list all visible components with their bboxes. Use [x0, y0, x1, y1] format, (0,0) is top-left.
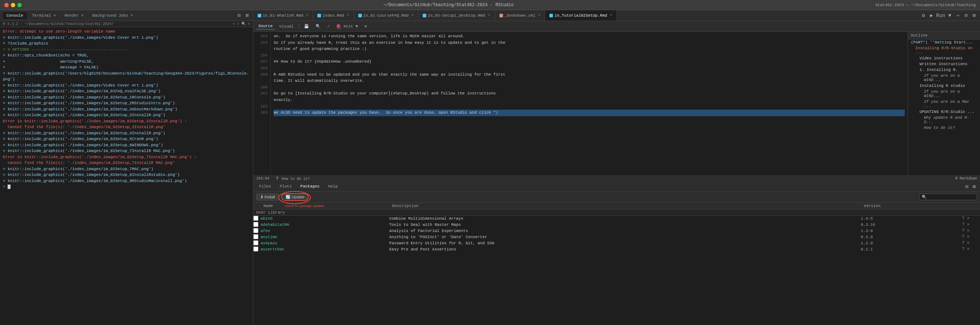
minimize-button[interactable]	[11, 3, 15, 7]
tab-close-icon[interactable]: ×	[610, 13, 612, 18]
pkg-delete-icon[interactable]: ×	[967, 216, 969, 221]
console-prompt[interactable]: >	[3, 184, 250, 190]
outline-item[interactable]: UPDATING R/R-Studio ...	[908, 109, 980, 115]
find-button[interactable]: 🔍	[313, 23, 323, 29]
outline-item[interactable]: If you are on a WIND...	[908, 73, 980, 83]
pkg-table-container[interactable]: Name Description Version User Library ab	[253, 203, 980, 325]
editor-tab-faq[interactable]: in_01-CourseFAQ.Rmd ×	[354, 10, 418, 21]
pkg-checkbox-adehabitat[interactable]	[253, 222, 258, 227]
pkg-row-checkbox[interactable]	[253, 228, 261, 234]
outline-item[interactable]: Installing R/R-Studio on ...	[908, 45, 980, 56]
pkg-checkbox-askpass[interactable]	[253, 240, 258, 245]
outline-item[interactable]: Written Instructions	[908, 61, 980, 67]
pkg-checkbox-abind[interactable]	[253, 216, 258, 221]
code-line	[274, 65, 905, 72]
editor-content[interactable]: on. So if everyone is running the same v…	[271, 32, 908, 175]
pkg-row-checkbox[interactable]	[253, 222, 261, 228]
minimize-pkg-icon[interactable]: ⊟	[964, 183, 969, 190]
pkg-name-anytime[interactable]: anytime	[261, 234, 389, 240]
pkg-help-icon[interactable]: ?	[962, 216, 964, 221]
pkg-checkbox-afex[interactable]	[253, 228, 258, 233]
pkg-row-checkbox[interactable]	[253, 234, 261, 240]
editor-tab-bookdown[interactable]: _bookdown.yml ×	[495, 10, 546, 21]
pkg-row-checkbox[interactable]	[253, 240, 261, 247]
tab-terminal[interactable]: Terminal ×	[28, 12, 59, 19]
save-button[interactable]: 💾	[302, 23, 311, 29]
pkg-name-assertthat[interactable]: assertthat	[261, 247, 389, 253]
tab-packages[interactable]: Packages	[298, 183, 323, 189]
console-line: > knitr::include_graphics('./index_image…	[3, 136, 250, 142]
rmd-file-icon	[258, 14, 261, 18]
install-button[interactable]: ⬇ Install	[256, 194, 279, 201]
package-search-input[interactable]	[919, 194, 977, 200]
source-tab[interactable]: Source	[256, 23, 275, 30]
pkg-name-abind[interactable]: abind	[261, 215, 389, 222]
pkg-delete-icon[interactable]: ×	[967, 247, 969, 252]
pkg-actions-adehabitat: ? ×	[962, 222, 980, 228]
tab-help[interactable]: Help	[325, 183, 340, 189]
pkg-help-icon[interactable]: ?	[962, 228, 964, 233]
pkg-name-askpass[interactable]: askpass	[261, 240, 389, 247]
tab-close-icon[interactable]: ×	[347, 13, 349, 18]
outline-item[interactable]: Why update R and R-S...	[908, 115, 980, 125]
pkg-delete-icon[interactable]: ×	[967, 234, 969, 240]
maximize-button[interactable]	[18, 3, 22, 7]
maximize-editor-icon[interactable]: ⊠	[971, 11, 977, 19]
editor-tab-index[interactable]: index.Rmd ×	[313, 10, 353, 21]
outline-item[interactable]: If you are on a WIND...	[908, 89, 980, 99]
editor-tab-tutorial[interactable]: in_Tutorial02SetUp.Rmd ×	[545, 10, 617, 21]
pkg-row-checkbox[interactable]	[253, 215, 261, 222]
packages-panel: Files Plots Packages Help ⊟ ⊠ ⬇ Install …	[253, 182, 980, 325]
update-button[interactable]: 🔄 Update	[281, 193, 309, 201]
pkg-delete-icon[interactable]: ×	[967, 241, 969, 246]
spellcheck-button[interactable]: ✓	[325, 23, 332, 29]
outline-item[interactable]: (PART*) ''Getting Start...	[908, 40, 980, 45]
settings-button[interactable]: ⚙	[362, 23, 369, 29]
tab-close-icon[interactable]: ×	[538, 13, 540, 18]
tab-background-jobs[interactable]: Background Jobs ×	[89, 12, 137, 19]
tab-render[interactable]: Render ×	[61, 12, 87, 19]
pkg-desc-askpass: Password Entry Utilities for R, Git, and…	[389, 240, 861, 247]
col-name[interactable]: Name	[261, 203, 389, 210]
tab-console[interactable]: Console	[3, 12, 27, 19]
source-button[interactable]: ⇒	[955, 11, 961, 19]
editor-tab-whatisr[interactable]: in_01-WhatIsR.Rmd ×	[253, 10, 313, 21]
pkg-checkbox-anytime[interactable]	[253, 234, 258, 239]
pkg-name-adehabitat[interactable]: adehabitatMA	[261, 222, 389, 228]
tab-close-icon[interactable]: ×	[488, 13, 490, 18]
outline-item[interactable]: If you are on a Mac ...	[908, 99, 980, 109]
pkg-help-icon[interactable]: ?	[962, 247, 964, 252]
code-editor[interactable]: 154 155 156 157 158 159 160 161 162 163 …	[253, 32, 908, 175]
knit-button[interactable]: 🧶 Knit ▼	[334, 23, 360, 29]
minimize-panel-icon[interactable]: ⊟	[236, 11, 242, 19]
tab-close-icon[interactable]: ×	[412, 13, 414, 18]
pkg-help-icon[interactable]: ?	[962, 222, 964, 227]
pkg-delete-icon[interactable]: ×	[967, 228, 969, 233]
pkg-checkbox-assertthat[interactable]	[253, 247, 258, 252]
tab-files[interactable]: Files	[256, 183, 274, 189]
tab-close-icon[interactable]: ×	[306, 13, 308, 18]
code-line: ## How to do it? {#UpdateHow .unnumbered…	[274, 59, 905, 65]
maximize-pkg-icon[interactable]: ⊠	[971, 183, 977, 190]
pkg-help-icon[interactable]: ?	[962, 241, 964, 246]
pkg-name-afex[interactable]: afex	[261, 228, 389, 234]
run-button[interactable]: ▶ Run ▼	[929, 11, 953, 19]
tab-plots[interactable]: Plots	[277, 183, 294, 189]
outline-item[interactable]: How to do it?	[908, 125, 980, 131]
outline-item[interactable]: 1. Installing R.	[908, 67, 980, 73]
pkg-delete-icon[interactable]: ×	[967, 222, 969, 227]
console-line: > knitr::include_graphics('./index_image…	[3, 178, 250, 184]
outline-item[interactable]: Installing R studio	[908, 83, 980, 89]
editor-tab-setup[interactable]: in_03-Setup1_desktop.Rmd ×	[418, 10, 495, 21]
pkg-help-icon[interactable]: ?	[962, 234, 964, 240]
minimize-editor-icon[interactable]: ⊟	[963, 11, 969, 19]
outline-item[interactable]: Video instructions	[908, 56, 980, 61]
pkg-row-checkbox[interactable]	[253, 247, 261, 253]
visual-tab[interactable]: Visual	[277, 24, 296, 29]
close-button[interactable]	[4, 3, 9, 7]
panel-settings-icon[interactable]: ⚙	[920, 11, 926, 19]
editor-tab-label: in_01-CourseFAQ.Rmd	[363, 13, 409, 18]
packages-table: Name Description Version User Library ab	[253, 203, 980, 253]
maximize-panel-icon[interactable]: ⊠	[244, 11, 250, 19]
console-output[interactable]: Error: attempt to use zero-length variab…	[0, 27, 253, 325]
